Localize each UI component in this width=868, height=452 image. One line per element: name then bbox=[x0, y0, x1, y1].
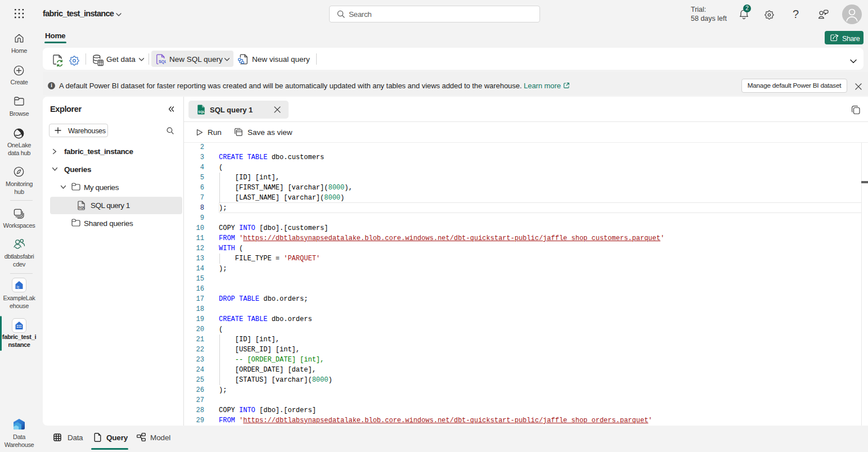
svg-text:SQL: SQL bbox=[79, 206, 86, 209]
svg-text:SQL: SQL bbox=[159, 59, 166, 64]
svg-text:SQL: SQL bbox=[198, 110, 205, 114]
